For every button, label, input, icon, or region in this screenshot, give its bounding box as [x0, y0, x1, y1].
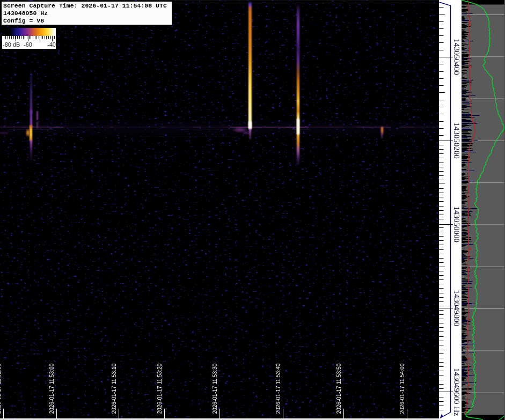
svg-text:143049800: 143049800 [452, 290, 461, 327]
svg-text:2026-01-17 11:54:00: 2026-01-17 11:54:00 [399, 363, 405, 414]
svg-text:143050200: 143050200 [452, 122, 461, 159]
svg-text:2026-01-17 11:53:10: 2026-01-17 11:53:10 [111, 363, 117, 414]
svg-text:143050400: 143050400 [452, 39, 461, 75]
svg-text:2026-01-17 11:52:50: 2026-01-17 11:52:50 [0, 363, 2, 414]
svg-text:143050000: 143050000 [452, 207, 461, 243]
svg-text:2026-01-17 11:53:50: 2026-01-17 11:53:50 [336, 363, 342, 414]
svg-text:2026-01-17 11:53:00: 2026-01-17 11:53:00 [49, 363, 55, 414]
svg-text:Hz: Hz [452, 407, 461, 416]
svg-text:2026-01-17 11:53:30: 2026-01-17 11:53:30 [212, 363, 218, 414]
svg-text:143049600: 143049600 [452, 368, 461, 404]
svg-text:2026-01-17 11:53:40: 2026-01-17 11:53:40 [275, 363, 281, 414]
svg-text:2026-01-17 11:53:20: 2026-01-17 11:53:20 [157, 363, 163, 414]
